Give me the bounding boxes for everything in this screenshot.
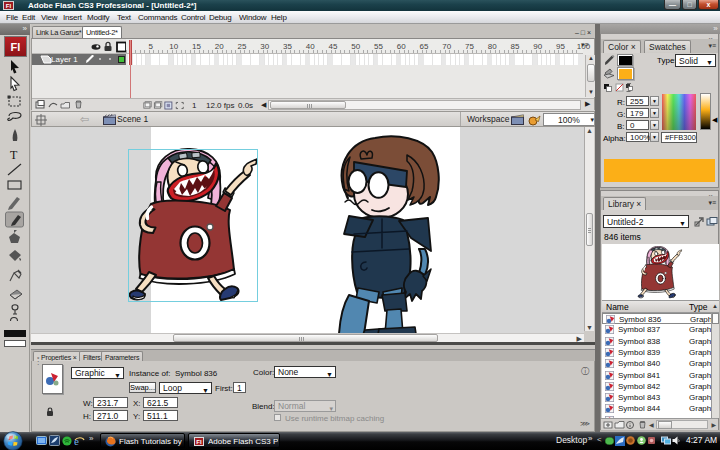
svg-text:e: e bbox=[74, 435, 79, 447]
svg-text:T: T bbox=[10, 148, 18, 162]
